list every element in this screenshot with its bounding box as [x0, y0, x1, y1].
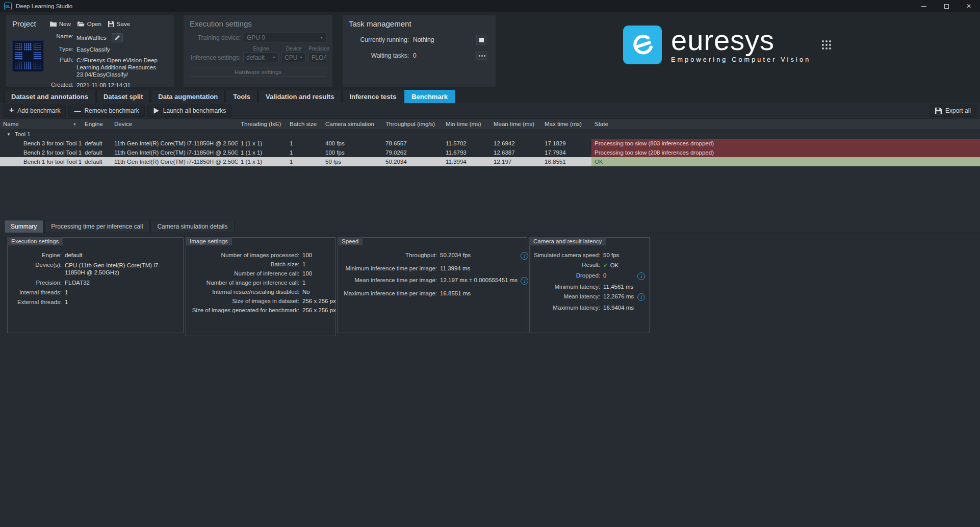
field-label: Size of images generated for benchmark:: [190, 307, 299, 313]
tab-processing-time-per-inference-call[interactable]: Processing time per inference call: [44, 220, 149, 233]
chevron-down-icon: ▼: [272, 56, 276, 59]
field-value: 50 fps: [603, 252, 634, 258]
stop-task-button[interactable]: [476, 35, 486, 45]
column-header-mean-time[interactable]: Mean time (ms): [491, 119, 541, 129]
tab-summary[interactable]: Summary: [4, 220, 43, 233]
waffle-icon: [34, 62, 41, 69]
field-label: Number of inference call:: [190, 270, 299, 277]
currently-running-value: Nothing: [413, 36, 472, 43]
training-device-dropdown[interactable]: GPU 0 ▼: [244, 33, 326, 42]
field-value: CPU (11th Gen Intel(R) Core(TM) i7-11850…: [65, 262, 179, 276]
execution-settings-group: Execution settings Engine: default Devic…: [7, 237, 184, 333]
maximize-button[interactable]: [935, 0, 958, 12]
save-project-button[interactable]: Save: [108, 21, 130, 27]
column-header-batch-size[interactable]: Batch size: [287, 119, 322, 129]
sort-indicator-icon: ▼: [73, 122, 82, 126]
export-all-button[interactable]: Export all: [930, 105, 976, 117]
folder-open-icon: [78, 21, 85, 27]
field-label: Maximum latency:: [534, 305, 600, 311]
project-name-label: Name:: [49, 33, 73, 39]
tab-dataset-and-annotations[interactable]: Dataset and annotations: [4, 90, 95, 103]
cell-name: Bench 3 for tool Tool 1: [0, 139, 82, 148]
waffle-icon: [34, 43, 41, 51]
cell-max-time: 16.8551: [541, 157, 591, 166]
state-cell: OK: [591, 157, 980, 166]
euresys-logo: euresys Empowering Computer Vision: [623, 26, 831, 64]
edit-name-button[interactable]: [112, 33, 123, 42]
waffle-icon: [34, 52, 41, 60]
column-header-state[interactable]: State: [591, 119, 980, 129]
column-header-name[interactable]: Name ▼: [0, 119, 82, 129]
field-label: Throughput:: [342, 252, 437, 258]
info-icon[interactable]: i: [521, 252, 528, 260]
waffle-icon: [15, 43, 22, 51]
column-header-engine[interactable]: Engine: [82, 119, 111, 129]
field-label: Number of image per inference call:: [190, 280, 299, 286]
inference-engine-dropdown[interactable]: default ▼: [243, 53, 279, 62]
info-icon[interactable]: i: [637, 272, 645, 280]
cell-device: 11th Gen Intel(R) Core(TM) i7-11850H @ 2…: [111, 148, 238, 157]
info-icon[interactable]: i: [637, 293, 645, 301]
tab-data-augmentation[interactable]: Data augmentation: [151, 90, 225, 103]
new-project-button[interactable]: New: [50, 21, 71, 27]
inference-precision-value: FLOAT32: [312, 54, 326, 61]
column-header-min-time[interactable]: Min time (ms): [443, 119, 491, 129]
camera-and-result-latency-group: Camera and result latency Simulated came…: [529, 237, 650, 333]
open-project-button[interactable]: Open: [78, 21, 101, 27]
table-group-row[interactable]: ▼ Tool 1: [0, 130, 980, 139]
field-label: Minimum inference time per image:: [342, 265, 437, 271]
task-management-panel: Task management Currently running: Nothi…: [343, 15, 496, 87]
close-button[interactable]: ✕: [958, 0, 980, 12]
save-project-label: Save: [117, 21, 130, 27]
cell-name: Bench 2 for tool Tool 1: [0, 148, 82, 157]
project-path-label: Path:: [49, 57, 73, 63]
execution-settings-title: Execution settings: [190, 19, 326, 28]
inference-settings-label: Inference settings:: [190, 54, 241, 61]
save-icon: [935, 108, 942, 114]
tab-validation-and-results[interactable]: Validation and results: [259, 90, 341, 103]
cell-name: Bench 1 for tool Tool 1: [0, 157, 82, 166]
tab-camera-simulation-details[interactable]: Camera simulation details: [150, 220, 234, 233]
cell-throughput: 79.0262: [382, 148, 443, 157]
minimize-button[interactable]: [913, 0, 935, 12]
info-icon[interactable]: i: [521, 277, 528, 285]
check-icon: ✓: [603, 262, 608, 269]
table-row[interactable]: Bench 3 for tool Tool 1 default 11th Gen…: [0, 139, 980, 148]
main-tab-bar: Dataset and annotations Dataset split Da…: [0, 90, 980, 103]
column-header-device[interactable]: Device: [111, 119, 238, 129]
project-name-value: MiniWaffles: [76, 34, 107, 41]
table-row-selected[interactable]: Bench 1 for tool Tool 1 default 11th Gen…: [0, 157, 980, 166]
top-area: Project New Open Save Name:: [0, 12, 980, 90]
remove-benchmark-button[interactable]: — Remove benchmark: [68, 105, 144, 117]
field-value: 256 x 256 px: [302, 298, 336, 304]
table-row[interactable]: Bench 2 for tool Tool 1 default 11th Gen…: [0, 148, 980, 157]
column-header-throughput[interactable]: Throughput (img/s): [382, 119, 443, 129]
inference-precision-dropdown[interactable]: FLOAT32 ▼: [308, 53, 326, 62]
euresys-logo-icon: [623, 26, 662, 64]
expander-icon[interactable]: ▼: [7, 132, 11, 137]
waiting-tasks-label: Waiting tasks:: [349, 52, 409, 59]
detail-tab-bar: Summary Processing time per inference ca…: [0, 220, 980, 233]
cell-max-time: 17.1829: [541, 139, 591, 148]
launch-all-benchmarks-button[interactable]: Launch all benchmarks: [147, 105, 231, 117]
cell-batch-size: 1: [287, 139, 322, 148]
queue-dots-icon: [479, 55, 480, 57]
add-benchmark-button[interactable]: + Add benchmark: [4, 105, 66, 117]
column-header-max-time[interactable]: Max time (ms): [541, 119, 591, 129]
brand-wordmark: euresys: [671, 27, 811, 54]
hardware-settings-button[interactable]: Hardware settings: [190, 67, 326, 77]
field-value: 1: [65, 299, 179, 305]
cell-camera-simulation: 400 fps: [322, 139, 382, 148]
table-header-row: Name ▼ Engine Device Threading (IxE) Bat…: [0, 119, 980, 130]
column-header-threading[interactable]: Threading (IxE): [238, 119, 287, 129]
tab-tools[interactable]: Tools: [226, 90, 257, 103]
play-icon: [153, 107, 160, 114]
tab-benchmark[interactable]: Benchmark: [404, 90, 455, 103]
inference-device-dropdown[interactable]: CPU ▼: [281, 53, 306, 62]
column-header-camera-simulation[interactable]: Camera simulation: [322, 119, 382, 129]
tab-inference-tests[interactable]: Inference tests: [342, 90, 403, 103]
task-queue-button[interactable]: [476, 52, 487, 60]
tab-dataset-split[interactable]: Dataset split: [96, 90, 150, 103]
benchmark-table: Name ▼ Engine Device Threading (IxE) Bat…: [0, 119, 980, 220]
cell-mean-time: 12.6387: [491, 148, 541, 157]
